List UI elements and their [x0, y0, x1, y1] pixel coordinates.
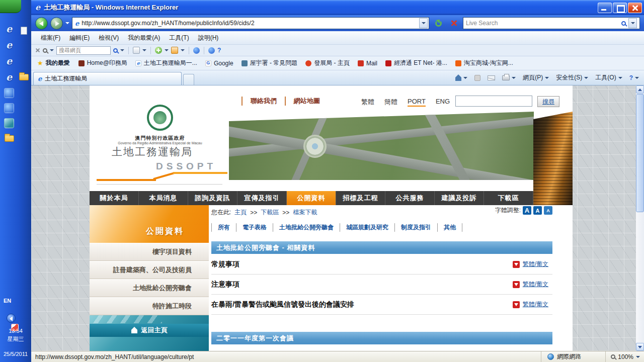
filter-eforms[interactable]: 電子表格	[236, 223, 273, 232]
refresh-button[interactable]	[432, 17, 445, 30]
toolbar-messenger-icon[interactable]	[193, 47, 200, 54]
filter-regulations[interactable]: 制度及指引	[394, 223, 437, 232]
favorite-buildings-dept[interactable]: 屋宇署 - 常見問題	[237, 56, 302, 70]
scroll-up-button[interactable]	[636, 85, 644, 94]
toolbar-close-icon[interactable]	[35, 48, 40, 53]
menu-favorites[interactable]: 我的最愛(A)	[123, 32, 165, 44]
back-home-button[interactable]: 返回主頁	[90, 324, 209, 337]
breadcrumb-home-link[interactable]: 主頁	[234, 208, 247, 217]
back-button[interactable]	[35, 17, 48, 30]
quicklaunch-ie-icon[interactable]: e	[3, 38, 16, 51]
quicklaunch-ie-icon[interactable]: e	[3, 54, 16, 67]
search-icon[interactable]	[621, 21, 626, 26]
breadcrumb-downloads-link[interactable]: 下載區	[261, 208, 279, 217]
filter-urban-planning[interactable]: 城區規劃及研究	[340, 223, 394, 232]
help-button[interactable]: ?	[626, 73, 642, 83]
home-button[interactable]	[452, 73, 470, 82]
print-button[interactable]	[499, 74, 519, 82]
nav-downloads[interactable]: 下載區	[484, 191, 533, 205]
nav-consultation[interactable]: 諮詢及資訊	[188, 191, 237, 205]
nav-tenders[interactable]: 招標及工程	[336, 191, 385, 205]
pdf-icon[interactable]	[513, 301, 520, 308]
toolbar-help-icon[interactable]: ?	[217, 47, 221, 54]
filter-others[interactable]: 其他	[437, 223, 462, 232]
forward-button[interactable]	[50, 17, 63, 30]
favorite-etnet[interactable]: 經濟通 ET Net- 港...	[381, 56, 451, 70]
chevron-down-icon[interactable]	[120, 49, 124, 51]
read-mail-button[interactable]	[485, 74, 498, 82]
feeds-button[interactable]	[471, 73, 484, 82]
vertical-scrollbar[interactable]	[636, 85, 644, 351]
quicklaunch-app-icon[interactable]	[3, 86, 16, 100]
search-dropdown-button[interactable]	[628, 18, 637, 28]
font-size-large-button[interactable]: A	[523, 206, 531, 215]
favorite-devb[interactable]: 發展局 - 主頁	[301, 56, 354, 70]
sitemap-link[interactable]: 網站地圖	[285, 97, 328, 106]
new-tab-button[interactable]	[183, 74, 194, 85]
lang-english-link[interactable]: ENG	[436, 98, 450, 107]
document-download-link[interactable]: 繁體/葡文	[523, 280, 548, 289]
font-size-medium-button[interactable]: A	[533, 206, 542, 215]
filter-all[interactable]: 所有	[211, 223, 236, 232]
nav-public-services[interactable]: 公共服務	[385, 191, 435, 205]
site-search-input[interactable]	[455, 96, 532, 107]
document-download-link[interactable]: 繁體/葡文	[523, 260, 548, 268]
toolbar-zoom-icon[interactable]	[43, 48, 47, 53]
lang-portuguese-link[interactable]: PORT	[408, 98, 426, 107]
sidebar-item-building-projects[interactable]: 樓宇項目資料	[90, 243, 209, 261]
nav-news[interactable]: 本局消息	[139, 191, 188, 205]
sidebar-item-land-grant-hearing[interactable]: 土地批給公開旁聽會	[90, 279, 209, 297]
lang-traditional-link[interactable]: 繁體	[361, 98, 374, 107]
toolbar-page-icon[interactable]	[133, 47, 140, 54]
quicklaunch-remote-desktop-icon[interactable]	[3, 117, 16, 130]
minimize-button[interactable]	[598, 3, 612, 13]
chevron-down-icon[interactable]	[50, 49, 54, 51]
language-indicator[interactable]: EN	[4, 298, 11, 304]
font-size-small-button[interactable]: A	[544, 206, 552, 215]
chevron-down-icon[interactable]	[181, 49, 185, 51]
favorite-home-imprensa[interactable]: Home@印務局	[74, 56, 131, 70]
contact-us-link[interactable]: 聯絡我們	[242, 97, 285, 106]
favorite-google[interactable]: G Google	[201, 56, 237, 70]
stop-button[interactable]	[447, 17, 460, 30]
address-dropdown-button[interactable]	[419, 18, 428, 28]
toolbar-add-icon[interactable]	[155, 47, 162, 54]
quicklaunch-app-icon[interactable]	[3, 102, 16, 115]
favorite-taobao[interactable]: 淘宝商城-淘宝网...	[451, 56, 517, 70]
address-input[interactable]	[82, 20, 417, 27]
live-search-input[interactable]	[466, 20, 619, 27]
toolbar-search-icon[interactable]	[113, 48, 118, 53]
menu-tools[interactable]: 工具(T)	[165, 32, 193, 44]
chevron-down-icon[interactable]	[142, 49, 146, 51]
active-tab[interactable]: e 土地工務運輸局	[33, 72, 182, 85]
safety-menu-button[interactable]: 安全性(S)	[553, 72, 591, 83]
quicklaunch-ie-icon[interactable]: e	[3, 22, 16, 35]
favorites-button[interactable]: ★ 我的最愛	[35, 59, 74, 67]
menu-help[interactable]: 說明(H)	[194, 32, 223, 44]
quicklaunch-folder-icon[interactable]	[3, 132, 16, 145]
toolbar-highlight-icon[interactable]	[171, 47, 178, 54]
page-menu-button[interactable]: 網頁(P)	[520, 72, 552, 83]
nav-about[interactable]: 關於本局	[90, 191, 139, 205]
close-button[interactable]	[628, 3, 642, 13]
tools-menu-button[interactable]: 工具(O)	[592, 72, 625, 83]
history-dropdown-icon[interactable]	[65, 22, 69, 24]
quicklaunch-folder-icon[interactable]	[17, 70, 30, 83]
breadcrumb-files-link[interactable]: 檔案下載	[293, 208, 317, 217]
quicklaunch-document-icon[interactable]	[17, 24, 30, 37]
sidebar-item-licensed-work-hours[interactable]: 特許施工時段	[90, 297, 209, 315]
document-download-link[interactable]: 繁體/葡文	[523, 300, 548, 309]
lang-simplified-link[interactable]: 簡體	[384, 98, 397, 107]
hide-tray-icons-button[interactable]	[7, 314, 16, 323]
nav-promotion[interactable]: 宣傳及指引	[237, 191, 287, 205]
toolbar-search-input[interactable]	[56, 46, 111, 55]
quicklaunch-ie-icon[interactable]: e	[3, 70, 16, 83]
menu-edit[interactable]: 編輯(E)	[65, 32, 94, 44]
scroll-down-button[interactable]	[636, 343, 644, 351]
nav-suggestions[interactable]: 建議及投訴	[435, 191, 484, 205]
chevron-down-icon[interactable]	[165, 49, 169, 51]
menu-file[interactable]: 檔案(F)	[36, 32, 65, 44]
favorite-mail[interactable]: Mail	[354, 56, 381, 70]
scrollbar-thumb[interactable]	[636, 94, 644, 212]
maximize-button[interactable]	[613, 3, 627, 13]
